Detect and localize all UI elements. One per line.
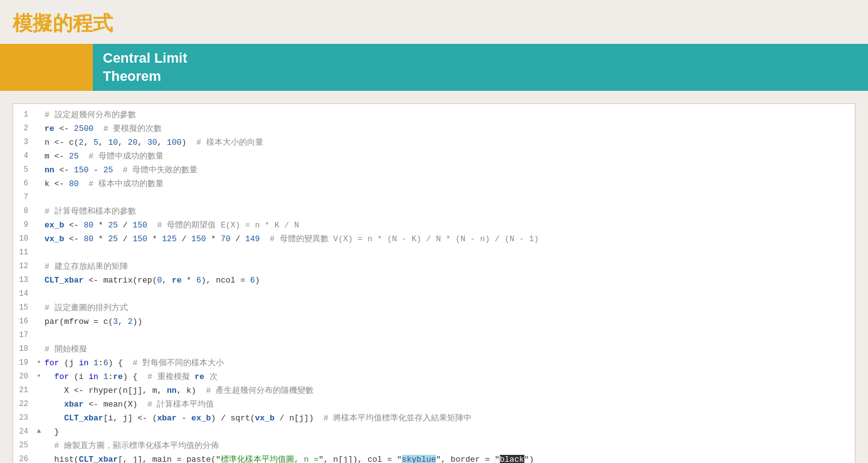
line-content: m <- 25 # 母體中成功的數量	[45, 150, 850, 164]
banner-teal-block: Central Limit Theorem	[93, 44, 868, 91]
line-content: # 計算母體和樣本的參數	[45, 205, 850, 219]
line-content: ex_b <- 80 * 25 / 150 # 母體的期望值 E(X) = n …	[45, 219, 850, 232]
line-content: par(mfrow = c(3, 2))	[45, 316, 850, 329]
line-number: 4	[18, 150, 36, 162]
line-number: 1	[18, 109, 36, 121]
page-header: 模擬的程式	[0, 0, 868, 44]
line-number: 25	[18, 440, 36, 452]
code-line-19: 19▾for (j in 1:6) { # 對每個不同的樣本大小	[13, 357, 855, 371]
line-number: 17	[18, 330, 36, 341]
code-line-17: 17	[13, 330, 855, 343]
line-content: X <- rhyper(n[j], m, nn, k) # 產生超幾何分布的隨機…	[45, 385, 850, 398]
line-number: 13	[18, 274, 36, 286]
code-line-21: 21 X <- rhyper(n[j], m, nn, k) # 產生超幾何分布…	[13, 385, 855, 398]
code-line-13: 13 CLT_xbar <- matrix(rep(0, re * 6), nc…	[13, 274, 855, 288]
line-content: vx_b <- 80 * 25 / 150 * 125 / 150 * 70 /…	[45, 233, 850, 246]
line-content: re <- 2500 # 要模擬的次數	[45, 123, 850, 136]
line-number: 22	[18, 398, 36, 410]
banner-yellow-block	[0, 44, 93, 91]
line-content: # 繪製直方圖，顯示標準化樣本平均值的分佈	[45, 440, 850, 453]
banner: Central Limit Theorem	[0, 44, 868, 91]
line-content: CLT_xbar[i, j] <- (xbar - ex_b) / sqrt(v…	[45, 412, 850, 425]
line-content: hist(CLT_xbar[, j], main = paste("標準化樣本平…	[45, 454, 850, 463]
fold-indicator[interactable]: ▲	[36, 426, 45, 437]
code-line-1: 1 # 設定超幾何分布的參數	[13, 109, 855, 123]
code-line-8: 8 # 計算母體和樣本的參數	[13, 205, 855, 219]
line-number: 24	[18, 426, 36, 438]
banner-title: Central Limit Theorem	[103, 49, 187, 85]
page-title: 模擬的程式	[13, 10, 855, 38]
line-content: for (j in 1:6) { # 對每個不同的樣本大小	[45, 357, 850, 370]
code-line-2: 2 re <- 2500 # 要模擬的次數	[13, 123, 855, 137]
line-number: 21	[18, 385, 36, 397]
code-line-5: 5 nn <- 150 - 25 # 母體中失敗的數量	[13, 164, 855, 178]
line-number: 7	[18, 192, 36, 204]
code-line-18: 18 # 開始模擬	[13, 343, 855, 357]
code-line-24: 24▲ }	[13, 426, 855, 440]
line-content: # 開始模擬	[45, 343, 850, 356]
line-number: 6	[18, 178, 36, 190]
line-number: 18	[18, 343, 36, 355]
line-content: nn <- 150 - 25 # 母體中失敗的數量	[45, 164, 850, 177]
code-line-25: 25 # 繪製直方圖，顯示標準化樣本平均值的分佈	[13, 440, 855, 454]
code-line-26: 26 hist(CLT_xbar[, j], main = paste("標準化…	[13, 454, 855, 463]
line-content: for (i in 1:re) { # 重複模擬 re 次	[45, 371, 850, 384]
code-line-4: 4 m <- 25 # 母體中成功的數量	[13, 150, 855, 164]
line-number: 12	[18, 261, 36, 273]
code-line-10: 10 vx_b <- 80 * 25 / 150 * 125 / 150 * 7…	[13, 233, 855, 247]
code-line-22: 22 xbar <- mean(X) # 計算樣本平均值	[13, 398, 855, 412]
line-content: k <- 80 # 樣本中成功的數量	[45, 178, 850, 191]
line-number: 20	[18, 371, 36, 383]
code-line-20: 20▾ for (i in 1:re) { # 重複模擬 re 次	[13, 371, 855, 385]
line-number: 16	[18, 316, 36, 328]
code-line-15: 15 # 設定畫圖的排列方式	[13, 302, 855, 316]
line-number: 2	[18, 123, 36, 135]
line-number: 5	[18, 164, 36, 176]
line-content: # 設定超幾何分布的參數	[45, 109, 850, 122]
code-line-16: 16 par(mfrow = c(3, 2))	[13, 316, 855, 330]
code-line-6: 6 k <- 80 # 樣本中成功的數量	[13, 178, 855, 192]
line-number: 26	[18, 454, 36, 463]
code-line-7: 7	[13, 192, 855, 205]
line-content: # 建立存放結果的矩陣	[45, 261, 850, 274]
line-content: CLT_xbar <- matrix(rep(0, re * 6), ncol …	[45, 274, 850, 288]
line-number: 23	[18, 412, 36, 424]
line-number: 14	[18, 288, 36, 300]
fold-indicator[interactable]: ▾	[36, 357, 45, 368]
line-number: 10	[18, 233, 36, 245]
code-line-11: 11	[13, 247, 855, 261]
code-line-23: 23 CLT_xbar[i, j] <- (xbar - ex_b) / sqr…	[13, 412, 855, 426]
line-content: xbar <- mean(X) # 計算樣本平均值	[45, 398, 850, 412]
fold-indicator[interactable]: ▾	[36, 371, 45, 382]
code-line-3: 3 n <- c(2, 5, 10, 20, 30, 100) # 樣本大小的向…	[13, 137, 855, 150]
line-content: n <- c(2, 5, 10, 20, 30, 100) # 樣本大小的向量	[45, 137, 850, 150]
code-line-14: 14	[13, 288, 855, 302]
line-content: # 設定畫圖的排列方式	[45, 302, 850, 315]
line-number: 9	[18, 219, 36, 231]
line-number: 19	[18, 357, 36, 369]
code-line-9: 9 ex_b <- 80 * 25 / 150 # 母體的期望值 E(X) = …	[13, 219, 855, 233]
code-line-12: 12 # 建立存放結果的矩陣	[13, 261, 855, 274]
line-number: 11	[18, 247, 36, 259]
line-number: 15	[18, 302, 36, 314]
line-content: }	[45, 426, 850, 439]
line-number: 3	[18, 137, 36, 148]
line-number: 8	[18, 205, 36, 217]
code-block: 1 # 設定超幾何分布的參數2 re <- 2500 # 要模擬的次數3 n <…	[13, 103, 855, 463]
